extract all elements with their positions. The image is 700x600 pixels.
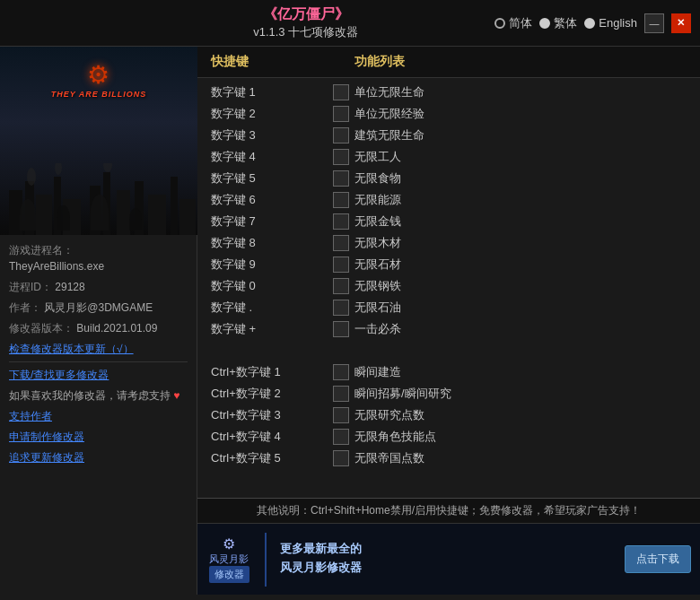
minimize-button[interactable]: —	[644, 13, 664, 33]
cheat-toggle-11[interactable]	[333, 321, 349, 337]
cheat-func-5: 无限能源	[354, 192, 687, 208]
cheat-func-15: 无限研究点数	[354, 407, 687, 423]
lang-english[interactable]: English	[584, 16, 637, 30]
banner-logo-sub: 修改器	[209, 566, 249, 583]
download-link[interactable]: 下载/查找更多修改器	[9, 369, 109, 381]
cheat-row: 数字键 8无限木材	[197, 232, 700, 254]
left-info: 游戏进程名： TheyAreBillions.exe 进程ID： 29128 作…	[0, 235, 197, 595]
cheat-func-4: 无限食物	[354, 170, 687, 187]
cheat-func-13: 瞬间建造	[354, 364, 687, 380]
support-author-link[interactable]: 支持作者	[9, 410, 52, 422]
cheat-func-1: 单位无限经验	[354, 106, 687, 122]
col-key-header: 快捷键	[211, 54, 328, 70]
cheat-toggle-8[interactable]	[333, 257, 349, 273]
banner-divider	[265, 533, 267, 587]
cheat-toggle-14[interactable]	[333, 386, 349, 402]
cheat-func-6: 无限金钱	[354, 213, 687, 230]
cheat-row: Ctrl+数字键 4无限角色技能点	[197, 426, 700, 448]
cheat-toggle-0[interactable]	[333, 84, 349, 100]
cheat-row: 数字键 3建筑无限生命	[197, 125, 700, 146]
cheat-func-17: 无限帝国点数	[354, 450, 687, 466]
cheat-toggle-6[interactable]	[333, 213, 349, 230]
cheat-func-14: 瞬间招募/瞬间研究	[354, 386, 687, 402]
col-btn-spacer	[328, 54, 354, 70]
cheat-spacer	[197, 340, 700, 361]
svg-point-12	[27, 168, 36, 186]
process-label: 进程ID：	[9, 281, 52, 293]
cheat-key-16: Ctrl+数字键 4	[211, 429, 328, 445]
author-row: 作者： 风灵月影@3DMGAME	[9, 300, 188, 316]
cheat-row: Ctrl+数字键 1瞬间建造	[197, 361, 700, 383]
check-update-link[interactable]: 检查修改器版本更新（√）	[9, 343, 134, 355]
latest-row: 追求更新修改器	[9, 449, 188, 465]
heart-icon: ♥	[173, 389, 179, 402]
cheat-key-17: Ctrl+数字键 5	[211, 450, 328, 466]
cheat-key-7: 数字键 8	[211, 235, 328, 251]
cheat-row: Ctrl+数字键 5无限帝国点数	[197, 448, 700, 469]
banner-area: ⚙ 风灵月影 修改器 更多最新最全的 风灵月影修改器 点击下载	[197, 523, 700, 595]
check-update-row: 检查修改器版本更新（√）	[9, 341, 188, 357]
radio-traditional	[539, 18, 550, 29]
cheat-func-0: 单位无限生命	[354, 84, 687, 100]
cheat-key-10: 数字键 .	[211, 300, 328, 316]
close-button[interactable]: ✕	[671, 13, 691, 33]
cheat-key-13: Ctrl+数字键 1	[211, 364, 328, 380]
latest-link[interactable]: 追求更新修改器	[9, 451, 84, 464]
cheat-key-1: 数字键 2	[211, 106, 328, 122]
cheat-row: 数字键 6无限能源	[197, 189, 700, 211]
cheat-toggle-17[interactable]	[333, 450, 349, 466]
cheat-key-14: Ctrl+数字键 2	[211, 386, 328, 402]
cheat-key-15: Ctrl+数字键 3	[211, 407, 328, 423]
cheat-row: 数字键 +一击必杀	[197, 318, 700, 340]
version-title: v1.1.3 十七项修改器	[253, 24, 358, 40]
cheat-func-9: 无限钢铁	[354, 278, 687, 294]
version-value: Build.2021.01.09	[76, 322, 157, 335]
radio-simplified	[494, 18, 505, 29]
lang-simplified-label: 简体	[509, 15, 532, 31]
main-layout: ⚙ THEY ARE BILLIONS 游戏进程名： TheyAreBillio…	[0, 47, 700, 595]
game-title: 《亿万僵尸》	[253, 5, 358, 24]
cheat-toggle-1[interactable]	[333, 106, 349, 122]
game-image: ⚙ THEY ARE BILLIONS	[0, 47, 197, 235]
cheat-key-11: 数字键 +	[211, 321, 328, 337]
cheat-row: Ctrl+数字键 2瞬间招募/瞬间研究	[197, 383, 700, 404]
request-row: 申请制作修改器	[9, 429, 188, 445]
cheat-toggle-5[interactable]	[333, 192, 349, 208]
banner-logo-text: 风灵月影	[209, 552, 249, 566]
cheat-key-9: 数字键 0	[211, 278, 328, 294]
cheat-toggle-7[interactable]	[333, 235, 349, 251]
cheats-list[interactable]: 数字键 1单位无限生命数字键 2单位无限经验数字键 3建筑无限生命数字键 4无限…	[197, 78, 700, 498]
cheat-toggle-13[interactable]	[333, 364, 349, 380]
process-id: 29128	[55, 281, 84, 293]
lang-traditional-label: 繁体	[554, 15, 577, 31]
lang-traditional[interactable]: 繁体	[539, 15, 577, 31]
col-func-header: 功能列表	[354, 54, 687, 70]
cheat-toggle-15[interactable]	[333, 407, 349, 423]
cheat-toggle-4[interactable]	[333, 170, 349, 187]
cheat-toggle-2[interactable]	[333, 127, 349, 143]
cheat-toggle-16[interactable]	[333, 429, 349, 445]
banner-title-2: 风灵月影修改器	[280, 560, 616, 576]
cheat-key-0: 数字键 1	[211, 84, 328, 100]
cheat-row: 数字键 4无限工人	[197, 146, 700, 168]
banner-text-area: 更多最新最全的 风灵月影修改器	[280, 541, 616, 578]
banner-title-1: 更多最新最全的	[280, 541, 616, 557]
svg-point-14	[103, 163, 112, 172]
language-controls: 简体 繁体 English — ✕	[494, 13, 691, 33]
banner-download-button[interactable]: 点击下载	[625, 545, 691, 573]
divider-1	[9, 361, 188, 362]
version-label: 修改器版本：	[9, 322, 74, 335]
radio-english	[584, 18, 595, 29]
cheat-toggle-10[interactable]	[333, 300, 349, 316]
request-link[interactable]: 申请制作修改器	[9, 430, 84, 443]
cheat-func-10: 无限石油	[354, 300, 687, 316]
cheat-toggle-9[interactable]	[333, 278, 349, 294]
cheat-func-2: 建筑无限生命	[354, 127, 687, 143]
svg-point-13	[55, 163, 62, 175]
cheat-toggle-3[interactable]	[333, 149, 349, 165]
cheat-func-3: 无限工人	[354, 149, 687, 165]
cheat-key-3: 数字键 4	[211, 149, 328, 165]
banner-logo: ⚙ 风灵月影 修改器	[206, 535, 251, 583]
lang-simplified[interactable]: 简体	[494, 15, 532, 31]
cheat-row: 数字键 0无限钢铁	[197, 275, 700, 297]
